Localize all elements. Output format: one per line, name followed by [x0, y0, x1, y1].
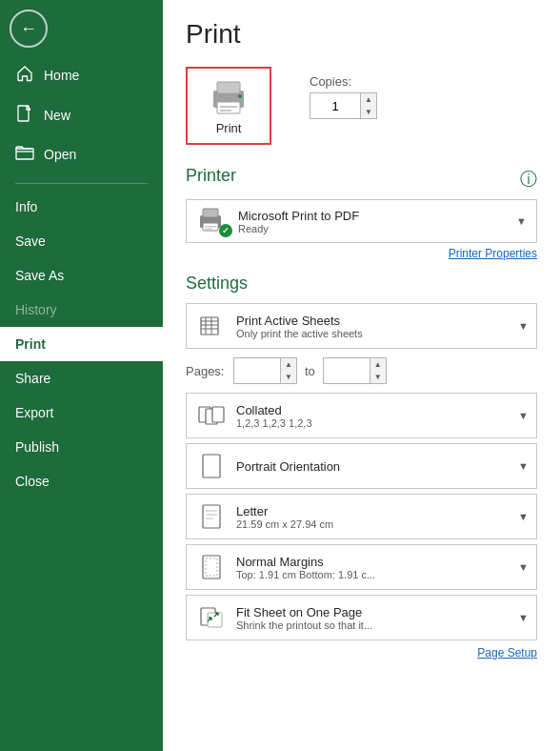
- fit-sheet-name: Fit Sheet on One Page: [236, 605, 510, 619]
- active-sheets-text: Print Active Sheets Only print the activ…: [236, 314, 510, 339]
- active-sheets-desc: Only print the active sheets: [236, 328, 510, 339]
- svg-rect-13: [201, 317, 218, 335]
- svg-rect-6: [220, 110, 231, 112]
- svg-point-7: [238, 94, 242, 98]
- svg-rect-5: [220, 106, 237, 108]
- letter-name: Letter: [236, 504, 510, 518]
- pages-from-up-button[interactable]: ▲: [281, 358, 296, 371]
- pages-to-up-button[interactable]: ▲: [370, 358, 386, 371]
- pages-to-label: to: [305, 364, 315, 378]
- portrait-arrow-icon: ▼: [518, 460, 529, 472]
- page-setup-link[interactable]: Page Setup: [186, 646, 537, 660]
- sidebar-top-items: Home New Open: [0, 51, 163, 177]
- printer-info: Microsoft Print to PDF Ready: [238, 209, 507, 234]
- copies-spinner: ▲ ▼: [360, 93, 376, 118]
- settings-section-header: Settings: [186, 274, 537, 294]
- printer-status: Ready: [238, 223, 507, 234]
- new-icon: [15, 105, 34, 126]
- settings-collated[interactable]: Collated 1,2,3 1,2,3 1,2,3 ▼: [186, 393, 537, 438]
- sidebar-item-publish[interactable]: Publish: [0, 430, 163, 464]
- collated-desc: 1,2,3 1,2,3 1,2,3: [236, 417, 510, 429]
- sidebar-divider: [15, 183, 148, 184]
- info-icon[interactable]: ⓘ: [520, 168, 537, 191]
- fit-sheet-arrow-icon: ▼: [518, 612, 529, 623]
- sidebar-item-info-label: Info: [15, 199, 37, 214]
- active-sheets-icon: [194, 310, 229, 342]
- sidebar-item-open-label: Open: [44, 147, 76, 162]
- pages-to-input[interactable]: [324, 358, 370, 383]
- sidebar-item-new-label: New: [44, 108, 70, 123]
- pages-from-down-button[interactable]: ▼: [281, 371, 296, 383]
- copies-up-button[interactable]: ▲: [361, 93, 376, 106]
- pages-row: Pages: ▲ ▼ to ▲ ▼: [186, 354, 537, 388]
- copies-input-wrap: ▲ ▼: [310, 92, 377, 119]
- pages-from-spinner: ▲ ▼: [280, 358, 296, 383]
- copies-down-button[interactable]: ▼: [361, 106, 376, 118]
- margins-text: Normal Margins Top: 1.91 cm Bottom: 1.91…: [236, 555, 510, 580]
- sidebar-item-print-label: Print: [15, 336, 46, 352]
- printer-properties-link[interactable]: Printer Properties: [186, 247, 537, 260]
- print-top-row: Print Copies: ▲ ▼: [186, 67, 537, 145]
- svg-rect-12: [205, 229, 212, 231]
- copies-label: Copies:: [310, 74, 377, 89]
- sidebar-item-share[interactable]: Share: [0, 361, 163, 396]
- margins-icon: [194, 551, 229, 583]
- sidebar-item-history-label: History: [15, 302, 57, 317]
- sidebar-item-open[interactable]: Open: [0, 135, 163, 173]
- sidebar-item-close-label: Close: [15, 474, 50, 489]
- print-button-label: Print: [216, 121, 242, 135]
- sidebar-item-history[interactable]: History: [0, 293, 163, 327]
- collated-arrow-icon: ▼: [518, 410, 529, 421]
- printer-dropdown[interactable]: ✓ Microsoft Print to PDF Ready ▼: [186, 199, 537, 243]
- svg-rect-3: [217, 82, 240, 93]
- printer-dropdown-arrow-icon: ▼: [516, 215, 527, 227]
- svg-rect-9: [203, 209, 218, 217]
- pages-from-input[interactable]: [234, 358, 280, 383]
- pages-to-down-button[interactable]: ▼: [370, 371, 386, 383]
- open-icon: [15, 145, 34, 164]
- settings-letter[interactable]: Letter 21.59 cm x 27.94 cm ▼: [186, 494, 537, 539]
- back-arrow-icon: ←: [20, 19, 37, 39]
- svg-rect-22: [203, 455, 220, 477]
- collated-icon: [194, 399, 229, 432]
- margins-desc: Top: 1.91 cm Bottom: 1.91 c...: [236, 569, 510, 580]
- fit-sheet-icon: [194, 601, 229, 634]
- sidebar-item-print[interactable]: Print: [0, 327, 163, 361]
- printer-section-header: Printer: [186, 166, 236, 186]
- sidebar-item-home[interactable]: Home: [0, 55, 163, 95]
- settings-margins[interactable]: Normal Margins Top: 1.91 cm Bottom: 1.91…: [186, 544, 537, 590]
- sidebar-item-save-as-label: Save As: [15, 268, 64, 283]
- portrait-text: Portrait Orientation: [236, 459, 510, 474]
- copies-section: Copies: ▲ ▼: [310, 74, 377, 119]
- svg-rect-23: [203, 505, 220, 528]
- back-button[interactable]: ←: [10, 10, 48, 48]
- page-title: Print: [186, 19, 537, 50]
- sidebar: ← Home New Open Info Save Save As: [0, 0, 163, 751]
- sidebar-item-new[interactable]: New: [0, 95, 163, 135]
- svg-rect-21: [212, 407, 224, 422]
- home-icon: [15, 65, 34, 86]
- margins-arrow-icon: ▼: [518, 561, 529, 573]
- svg-rect-11: [205, 226, 216, 228]
- printer-ready-check-icon: ✓: [219, 224, 232, 237]
- sidebar-item-export[interactable]: Export: [0, 396, 163, 430]
- collated-text: Collated 1,2,3 1,2,3 1,2,3: [236, 403, 510, 429]
- sidebar-item-close[interactable]: Close: [0, 464, 163, 498]
- settings-active-sheets[interactable]: Print Active Sheets Only print the activ…: [186, 303, 537, 349]
- sidebar-item-info[interactable]: Info: [0, 190, 163, 224]
- pages-to-wrap: ▲ ▼: [323, 357, 387, 384]
- sidebar-item-save[interactable]: Save: [0, 224, 163, 258]
- active-sheets-arrow-icon: ▼: [518, 320, 529, 332]
- letter-text: Letter 21.59 cm x 27.94 cm: [236, 504, 510, 530]
- letter-arrow-icon: ▼: [518, 511, 529, 522]
- settings-portrait[interactable]: Portrait Orientation ▼: [186, 443, 537, 489]
- copies-input[interactable]: [310, 93, 360, 118]
- print-button[interactable]: Print: [186, 67, 271, 145]
- sidebar-item-save-as[interactable]: Save As: [0, 258, 163, 293]
- collated-name: Collated: [236, 403, 510, 417]
- settings-fit-sheet[interactable]: Fit Sheet on One Page Shrink the printou…: [186, 595, 537, 640]
- letter-icon: [194, 500, 229, 533]
- printer-icon-wrap: ✓: [196, 207, 229, 235]
- fit-sheet-text: Fit Sheet on One Page Shrink the printou…: [236, 605, 510, 631]
- portrait-icon: [194, 450, 229, 482]
